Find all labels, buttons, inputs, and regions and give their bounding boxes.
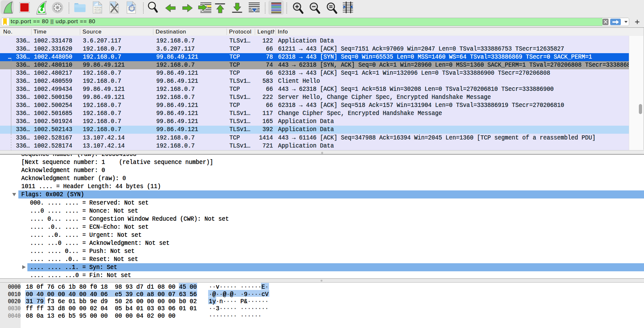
- svg-text:01110: 01110: [94, 11, 101, 14]
